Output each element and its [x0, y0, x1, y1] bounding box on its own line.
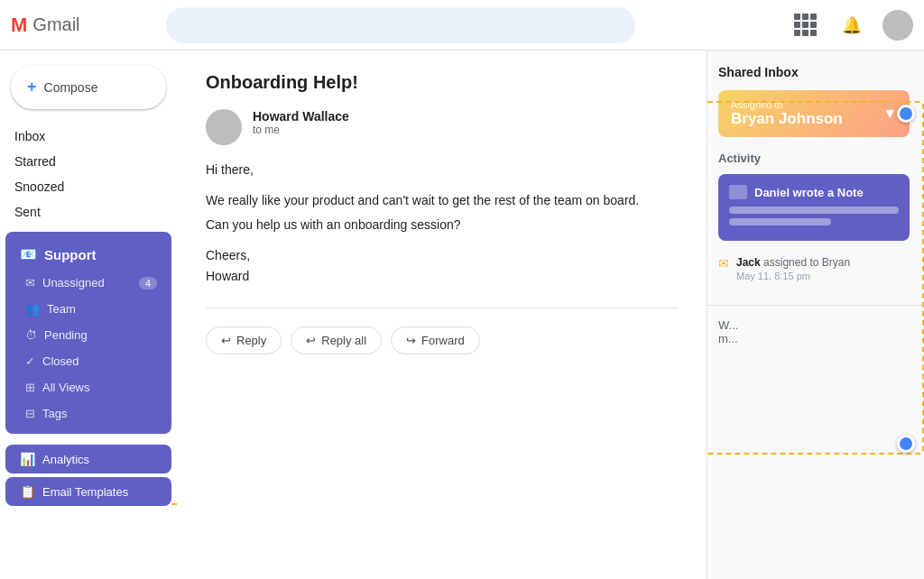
sender-avatar [206, 109, 242, 145]
reply-button[interactable]: ↩ Reply [206, 326, 282, 354]
snoozed-label: Snoozed [14, 179, 64, 194]
right-extra: W...m... [707, 305, 924, 358]
pending-label: Pending [44, 328, 88, 342]
topbar: M Gmail 🔔 [0, 0, 924, 51]
avatar[interactable] [882, 10, 913, 41]
tags-icon: ⊟ [25, 407, 35, 420]
gmail-logo: M Gmail [11, 14, 155, 37]
grid-icon [794, 14, 817, 36]
reply-all-button[interactable]: ↩ Reply all [291, 326, 382, 354]
starred-label: Starred [14, 154, 56, 169]
support-inbox-icon: 📧 [20, 246, 37, 262]
email-templates-icon: 📋 [20, 484, 35, 499]
sidebar-item-snoozed[interactable]: Snoozed [0, 174, 170, 199]
sender-info: Howard Wallace to me [253, 109, 349, 136]
shared-inbox-label: Shared Inbox [718, 65, 910, 79]
assigned-badge: Assigned to Bryan Johnson ▼ [718, 90, 910, 137]
email-templates-label: Email Templates [42, 485, 128, 499]
email-body: Hi there, We really like your product an… [206, 160, 678, 286]
note-header: Daniel wrote a Note [729, 185, 899, 199]
sidebar-item-email-templates[interactable]: 📋 Email Templates [5, 477, 171, 506]
assign-action: assigned to Bryan [763, 256, 850, 269]
closed-icon: ✓ [25, 354, 35, 368]
assign-details: Jack assigned to Bryan May 11, 8:15 pm [736, 255, 850, 281]
sidebar-item-team[interactable]: 👥 Team [5, 296, 171, 322]
search-bar[interactable] [166, 7, 635, 43]
email-body-main: We really like your product and can't wa… [206, 190, 678, 210]
annotation-dot-top-right [897, 105, 915, 123]
unassigned-icon: ✉ [25, 276, 35, 290]
forward-button[interactable]: ↪ Forward [391, 326, 480, 354]
note-title: Daniel wrote a Note [754, 186, 864, 199]
sender-to: to me [253, 124, 349, 136]
sidebar-item-unassigned[interactable]: ✉ Unassigned 4 [5, 270, 171, 296]
extra-text: W...m... [718, 318, 738, 345]
assigned-to-label: Assigned to [731, 99, 843, 110]
activity-assign-row: ✉ Jack assigned to Bryan May 11, 8:15 pm [718, 250, 910, 287]
assigned-dropdown-icon[interactable]: ▼ [882, 106, 897, 122]
email-content: Onboarding Help! Howard Wallace to me Hi… [177, 51, 707, 579]
reply-actions: ↩ Reply ↩ Reply all ↪ Forward [206, 326, 678, 354]
sidebar-item-inbox[interactable]: Inbox [0, 124, 170, 149]
annotation-dot-bottom-right [897, 435, 915, 453]
sidebar-item-starred[interactable]: Starred [0, 149, 170, 174]
all-views-icon: ⊞ [25, 381, 35, 394]
all-views-label: All Views [42, 381, 90, 394]
sidebar-item-closed[interactable]: ✓ Closed [5, 348, 171, 374]
assign-envelope-icon: ✉ [718, 256, 729, 271]
reply-icon: ↩ [221, 334, 231, 347]
grid-apps-button[interactable] [789, 9, 821, 41]
reply-all-icon: ↩ [306, 334, 316, 347]
topbar-icons: 🔔 [789, 9, 913, 41]
compose-plus-icon: + [27, 78, 37, 96]
notifications-button[interactable]: 🔔 [836, 9, 868, 41]
analytics-icon: 📊 [20, 452, 35, 466]
assign-time: May 11, 8:15 pm [736, 271, 850, 281]
forward-icon: ↪ [406, 334, 416, 347]
email-subject: Onboarding Help! [206, 72, 678, 93]
support-section: 📧 Support ✉ Unassigned 4 👥 Team ⏱ Pendin… [5, 232, 171, 434]
reply-all-label: Reply all [321, 334, 366, 347]
right-panel-content: Shared Inbox Assigned to Bryan Johnson ▼… [707, 51, 924, 301]
pending-icon: ⏱ [25, 328, 37, 342]
gmail-wordmark: Gmail [32, 14, 79, 35]
inbox-label: Inbox [14, 129, 45, 143]
assign-person: Jack [736, 256, 761, 269]
support-title-label: Support [44, 247, 97, 262]
sidebar-item-pending[interactable]: ⏱ Pending [5, 322, 171, 348]
main-layout: + Compose Inbox Starred Snoozed Sent 📧 S… [0, 51, 924, 579]
sidebar-item-sent[interactable]: Sent [0, 199, 170, 225]
email-sign1: Cheers, [206, 245, 678, 265]
note-line-1 [729, 207, 899, 214]
right-panel: Shared Inbox Assigned to Bryan Johnson ▼… [707, 51, 924, 579]
email-divider [206, 308, 678, 308]
sent-label: Sent [14, 205, 41, 219]
gmail-m-icon: M [11, 14, 27, 37]
email-greeting: Hi there, [206, 160, 678, 179]
activity-section: Activity Daniel wrote a Note ✉ Jack ass [718, 152, 910, 287]
forward-label: Forward [421, 334, 465, 347]
search-input[interactable] [180, 17, 621, 32]
sidebar-item-all-views[interactable]: ⊞ All Views [5, 374, 171, 400]
unassigned-badge: 4 [139, 277, 157, 290]
sidebar-item-tags[interactable]: ⊟ Tags [5, 400, 171, 427]
team-label: Team [47, 302, 76, 316]
activity-title: Activity [718, 152, 910, 165]
email-sign2: Howard [206, 266, 678, 286]
analytics-label: Analytics [42, 453, 89, 466]
note-line-2 [729, 218, 831, 225]
compose-label: Compose [44, 80, 98, 95]
team-icon: 👥 [25, 302, 40, 316]
support-title: 📧 Support [5, 239, 171, 270]
reply-label: Reply [236, 334, 266, 347]
sender-name: Howard Wallace [253, 109, 349, 124]
sidebar-item-analytics[interactable]: 📊 Analytics [5, 445, 171, 473]
dashed-line [171, 503, 177, 505]
activity-note: Daniel wrote a Note [718, 174, 910, 241]
bell-icon: 🔔 [842, 15, 862, 35]
compose-button[interactable]: + Compose [11, 65, 166, 109]
assign-text: Jack assigned to Bryan [736, 255, 850, 271]
closed-label: Closed [42, 354, 79, 368]
email-body-question: Can you help us with an onboarding sessi… [206, 215, 678, 234]
tags-label: Tags [42, 407, 67, 420]
